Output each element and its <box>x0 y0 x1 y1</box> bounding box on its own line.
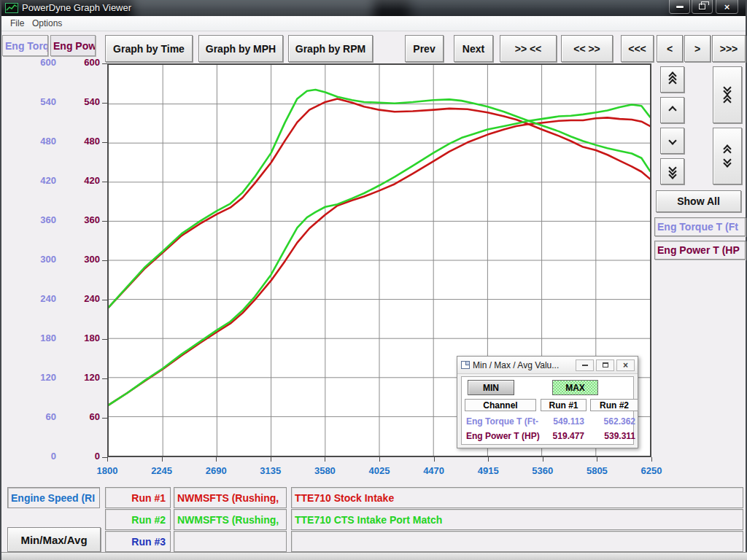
y-axis-tick-mark <box>102 221 107 222</box>
minmax-restore-button[interactable] <box>596 359 614 371</box>
legend-run-label: Run #3 <box>105 531 171 552</box>
x-axis-tick-mark <box>597 457 597 462</box>
chevron-down-icon <box>670 138 676 144</box>
torque-axis-tick-label: 300 <box>15 254 56 265</box>
scroll-left-button[interactable]: < <box>657 35 683 62</box>
channel-button-torque[interactable]: Eng Torq <box>2 35 48 56</box>
legend-run-file-field[interactable]: NWMSFTS (Rushing, <box>174 487 287 508</box>
x-axis-tick-mark <box>488 457 489 462</box>
close-icon: × <box>724 2 730 12</box>
power-axis-tick-label: 360 <box>60 214 100 225</box>
y-axis-tick-mark <box>102 182 107 182</box>
minmaxavg-button[interactable]: Min/Max/Avg <box>7 527 101 552</box>
x-axis-tick-mark <box>216 457 217 462</box>
torque-channel-selector[interactable]: Eng Torque T (Ft <box>654 217 746 236</box>
scroll-right-button[interactable]: > <box>684 35 711 62</box>
torque-axis-tick-label: 0 <box>15 451 56 462</box>
menu-file[interactable]: File <box>6 18 28 30</box>
torque-axis-tick-label: 540 <box>15 96 56 107</box>
graph-by-rpm-button[interactable]: Graph by RPM <box>288 35 373 62</box>
y-axis-tick-mark <box>102 457 107 458</box>
channel-button-power[interactable]: Eng Powe <box>50 35 96 56</box>
scroll-up-button[interactable] <box>660 97 684 123</box>
minmax-window-icon <box>461 361 470 369</box>
legend-run-description-field[interactable]: TTE710 CTS Intake Port Match <box>291 509 743 530</box>
legend-run-description-field[interactable]: TTE710 Stock Intake <box>291 487 743 508</box>
x-axis-tick-label: 3135 <box>249 465 293 476</box>
minmax-row-run1-value: 549.113 <box>541 416 584 427</box>
minmax-window[interactable]: Min / Max / Avg Valu... × MIN MAX Channe… <box>457 356 638 448</box>
chevron-up-icon <box>670 107 676 113</box>
x-axis-tick-mark <box>434 457 435 462</box>
min-button[interactable]: MIN <box>468 380 514 395</box>
power-axis-tick-label: 300 <box>60 254 100 265</box>
x-axis-tick-mark <box>651 457 652 462</box>
power-axis-tick-label: 480 <box>60 136 100 147</box>
title-bar[interactable]: PowerDyne Graph Viewer × <box>1 0 746 16</box>
x-axis-tick-mark <box>162 457 163 462</box>
power-axis-tick-label: 120 <box>60 372 100 383</box>
minmax-minimize-button[interactable] <box>576 359 594 371</box>
power-axis-tick-label: 420 <box>60 175 100 186</box>
minmax-row-run2-value: 539.311 <box>590 431 635 441</box>
scroll-right-fast-button[interactable]: >>> <box>712 35 746 62</box>
x-axis-tick-label: 6250 <box>630 465 673 476</box>
close-button[interactable]: × <box>716 0 738 14</box>
compress-vertical-icon <box>724 85 730 105</box>
scroll-left-fast-button[interactable]: <<< <box>621 35 654 62</box>
torque-axis-tick-label: 600 <box>15 57 56 68</box>
power-axis-tick-label: 600 <box>60 57 100 68</box>
legend-run-file-field[interactable] <box>174 531 287 552</box>
legend-run-file-field[interactable]: NWMSFTS (Rushing, <box>174 509 287 530</box>
next-button[interactable]: Next <box>454 35 493 62</box>
scroll-down-button[interactable] <box>660 128 684 154</box>
restore-button[interactable] <box>692 0 713 14</box>
minimize-icon <box>676 6 684 8</box>
minmax-row-run1-value: 519.477 <box>541 431 584 441</box>
y-axis-tick-mark <box>102 260 107 261</box>
show-all-button[interactable]: Show All <box>656 190 741 212</box>
minimize-icon <box>582 365 588 366</box>
titlebar-glass-reflection <box>133 0 374 16</box>
y-axis-tick-mark <box>102 103 107 104</box>
window-title: PowerDyne Graph Viewer <box>22 2 131 13</box>
prev-button[interactable]: Prev <box>405 35 444 62</box>
graph-by-time-button[interactable]: Graph by Time <box>105 35 193 62</box>
zoom-out-x-button[interactable]: << >> <box>561 35 613 62</box>
power-axis-tick-label: 540 <box>60 96 100 107</box>
x-axis-tick-label: 5805 <box>575 465 619 476</box>
power-channel-selector[interactable]: Eng Power T (HP <box>654 241 746 260</box>
legend-run-description-field[interactable] <box>291 531 743 552</box>
torque-axis-tick-label: 180 <box>15 332 56 343</box>
graph-by-mph-button[interactable]: Graph by MPH <box>198 35 283 62</box>
triple-chevron-up-icon <box>670 73 676 86</box>
triple-chevron-down-icon <box>670 165 676 178</box>
power-axis-tick-label: 60 <box>60 411 100 422</box>
window-bottom-edge <box>1 552 747 560</box>
zoom-in-x-button[interactable]: >> << <box>500 35 557 62</box>
torque-axis-tick-label: 240 <box>15 293 56 304</box>
legend-run-label: Run #2 <box>105 509 171 530</box>
app-icon <box>5 3 18 13</box>
max-button[interactable]: MAX <box>552 380 598 395</box>
scroll-up-fast-button[interactable] <box>660 66 684 93</box>
minmax-close-button[interactable]: × <box>616 359 635 371</box>
x-channel-selector[interactable]: Engine Speed (RI <box>7 487 100 508</box>
y-axis-tick-mark <box>102 339 107 340</box>
compress-vertical-button[interactable] <box>713 66 742 123</box>
x-axis-tick-label: 2245 <box>140 465 184 476</box>
minmax-row-channel: Eng Torque T (Ft- <box>466 416 538 427</box>
minmax-window-titlebar[interactable]: Min / Max / Avg Valu... × <box>457 357 638 374</box>
x-axis-tick-label: 1800 <box>85 465 129 476</box>
titlebar-glass-reflection <box>410 0 673 16</box>
menu-options[interactable]: Options <box>28 18 66 30</box>
y-axis-tick-mark <box>102 418 107 419</box>
torque-axis-tick-label: 60 <box>15 411 56 422</box>
power-axis-tick-label: 180 <box>60 332 100 343</box>
expand-vertical-button[interactable] <box>713 128 742 184</box>
scroll-down-fast-button[interactable] <box>660 158 684 184</box>
x-axis-tick-label: 3580 <box>303 465 347 476</box>
minimize-button[interactable] <box>669 0 690 14</box>
y-axis-tick-mark <box>102 142 107 143</box>
restore-icon <box>699 4 705 9</box>
